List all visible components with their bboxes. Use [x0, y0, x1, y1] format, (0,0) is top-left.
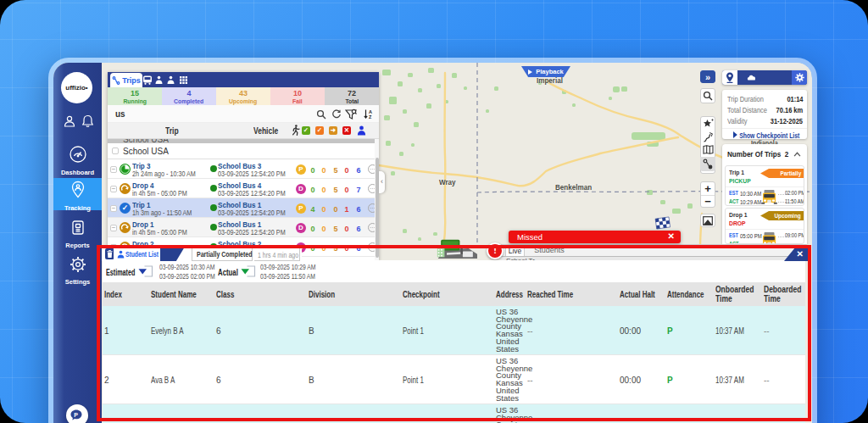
svg-text:A: A	[369, 109, 372, 114]
svg-text:Z: Z	[369, 114, 372, 120]
svg-text:P: P	[74, 412, 78, 418]
